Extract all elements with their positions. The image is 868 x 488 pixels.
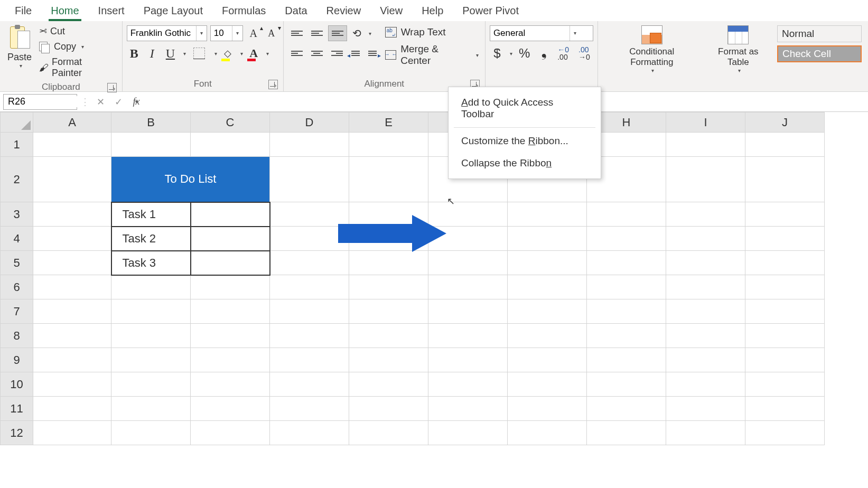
cut-button[interactable]: Cut <box>37 24 116 38</box>
cell-A8[interactable] <box>33 324 111 348</box>
paste-dropdown[interactable]: ▾ <box>20 63 22 69</box>
cell-H12[interactable] <box>587 421 666 445</box>
cell-G4[interactable] <box>508 227 587 251</box>
cell-G8[interactable] <box>508 324 587 348</box>
align-bottom-button[interactable] <box>328 25 347 41</box>
cell-D6[interactable] <box>270 275 349 299</box>
tab-insert[interactable]: Insert <box>89 1 134 21</box>
cell-E6[interactable] <box>349 275 428 299</box>
cell-I3[interactable] <box>666 202 745 227</box>
fontcolor-dropdown[interactable]: ▾ <box>266 51 269 57</box>
cell-C5[interactable] <box>191 251 270 275</box>
cell-E1[interactable] <box>349 133 428 157</box>
cell-A12[interactable] <box>33 421 111 445</box>
fill-dropdown[interactable]: ▾ <box>240 51 243 57</box>
cell-B1[interactable] <box>111 133 191 157</box>
fill-color-button[interactable] <box>220 45 235 61</box>
cell-D3[interactable] <box>270 202 349 227</box>
row-header-1[interactable]: 1 <box>1 133 33 157</box>
cancel-formula-button[interactable]: ✕ <box>93 96 108 108</box>
cell-B7[interactable] <box>111 299 191 324</box>
cell-F7[interactable] <box>428 299 508 324</box>
format-painter-button[interactable]: Format Painter <box>37 55 116 80</box>
cell-C8[interactable] <box>191 324 270 348</box>
align-middle-button[interactable] <box>308 25 326 41</box>
cell-C1[interactable] <box>191 133 270 157</box>
select-all-corner[interactable] <box>1 112 33 133</box>
cell-F6[interactable] <box>428 275 508 299</box>
grow-font-button[interactable]: A▴ <box>246 25 261 41</box>
row-header-10[interactable]: 10 <box>1 372 33 397</box>
cell-C4[interactable] <box>191 227 270 251</box>
cell-C9[interactable] <box>191 348 270 372</box>
cell-C10[interactable] <box>191 372 270 397</box>
row-header-11[interactable]: 11 <box>1 397 33 421</box>
cell-H4[interactable] <box>587 227 666 251</box>
font-name-input[interactable] <box>127 26 196 41</box>
cell-J9[interactable] <box>745 348 825 372</box>
cell-E9[interactable] <box>349 348 428 372</box>
cell-B9[interactable] <box>111 348 191 372</box>
decrease-indent-button[interactable] <box>348 45 363 61</box>
context-add-qat[interactable]: Add to Quick Access Toolbar <box>449 91 601 125</box>
row-header-9[interactable]: 9 <box>1 348 33 372</box>
cell-J5[interactable] <box>745 251 825 275</box>
cell-D2[interactable] <box>270 157 349 202</box>
cell-F11[interactable] <box>428 397 508 421</box>
context-collapse-ribbon[interactable]: Collapse the Ribbon <box>449 152 601 174</box>
increase-decimal-button[interactable]: ←0.00 <box>554 45 572 61</box>
cell-I2[interactable] <box>666 157 745 202</box>
cell-B11[interactable] <box>111 397 191 421</box>
cell-I10[interactable] <box>666 372 745 397</box>
cell-D10[interactable] <box>270 372 349 397</box>
cell-H10[interactable] <box>587 372 666 397</box>
conditional-formatting-button[interactable]: Conditional Formatting▾ <box>602 23 702 76</box>
cell-A7[interactable] <box>33 299 111 324</box>
cell-H3[interactable] <box>587 202 666 227</box>
cell-C12[interactable] <box>191 421 270 445</box>
cell-F12[interactable] <box>428 421 508 445</box>
copy-dropdown[interactable]: ▾ <box>81 44 84 50</box>
cell-G9[interactable] <box>508 348 587 372</box>
column-header-J[interactable]: J <box>745 112 825 133</box>
font-name-combo[interactable]: ▾ <box>127 25 207 41</box>
cell-F8[interactable] <box>428 324 508 348</box>
cell-G11[interactable] <box>508 397 587 421</box>
number-format-combo[interactable]: ▾ <box>490 25 593 41</box>
cell-H9[interactable] <box>587 348 666 372</box>
cell-A2[interactable] <box>33 157 111 202</box>
cell-B5[interactable]: Task 3 <box>111 251 191 275</box>
row-header-5[interactable]: 5 <box>1 251 33 275</box>
cell-C7[interactable] <box>191 299 270 324</box>
number-format-dropdown[interactable]: ▾ <box>570 26 580 41</box>
format-as-table-button[interactable]: Format as Table▾ <box>702 23 775 76</box>
cell-B10[interactable] <box>111 372 191 397</box>
currency-button[interactable]: $ <box>490 45 505 61</box>
cell-G3[interactable] <box>508 202 587 227</box>
wrap-text-button[interactable]: Wrap Text <box>385 26 479 38</box>
cell-J11[interactable] <box>745 397 825 421</box>
cell-F9[interactable] <box>428 348 508 372</box>
column-header-B[interactable]: B <box>111 112 191 133</box>
font-color-button[interactable]: A <box>246 45 261 61</box>
cond-dropdown[interactable]: ▾ <box>651 68 654 73</box>
border-button[interactable] <box>189 45 209 61</box>
cell-I7[interactable] <box>666 299 745 324</box>
cell-A4[interactable] <box>33 227 111 251</box>
tab-view[interactable]: View <box>370 1 412 21</box>
tab-review[interactable]: Review <box>317 1 371 21</box>
column-header-D[interactable]: D <box>270 112 349 133</box>
cell-I9[interactable] <box>666 348 745 372</box>
tab-data[interactable]: Data <box>275 1 316 21</box>
cell-G12[interactable] <box>508 421 587 445</box>
cell-I12[interactable] <box>666 421 745 445</box>
paste-button[interactable]: Paste ▾ <box>4 23 35 70</box>
cell-A11[interactable] <box>33 397 111 421</box>
cell-H11[interactable] <box>587 397 666 421</box>
border-dropdown[interactable]: ▾ <box>214 51 217 57</box>
font-size-dropdown[interactable]: ▾ <box>232 26 242 41</box>
cell-D7[interactable] <box>270 299 349 324</box>
cell-E10[interactable] <box>349 372 428 397</box>
cell-H6[interactable] <box>587 275 666 299</box>
cell-B4[interactable]: Task 2 <box>111 227 191 251</box>
